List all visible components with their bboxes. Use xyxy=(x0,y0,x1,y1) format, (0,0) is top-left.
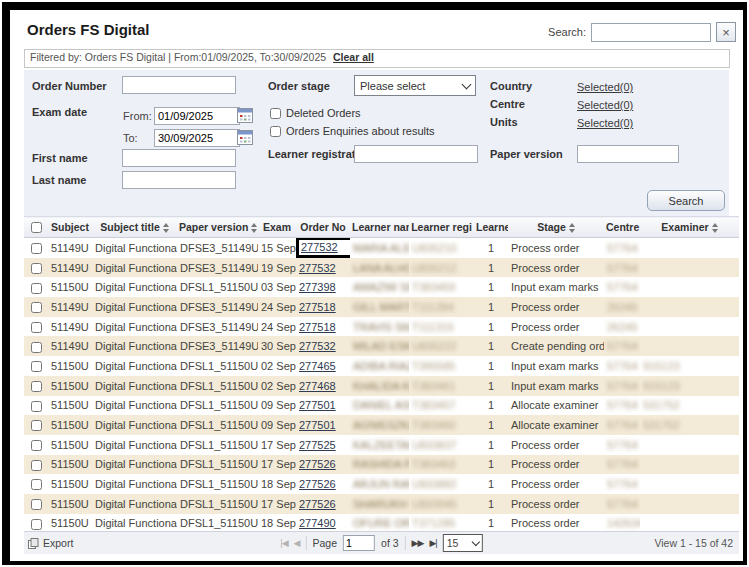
col-stage[interactable]: Stage xyxy=(508,217,604,238)
cell-paper-version: DFSL1_51150U03 xyxy=(177,474,258,494)
cell-learner-count-text: 1 xyxy=(488,478,494,490)
row-checkbox[interactable] xyxy=(31,519,42,530)
cell-learner-count: 1 xyxy=(474,356,508,376)
page-number-input[interactable] xyxy=(343,535,375,551)
cell-subject-title-text: Digital Functional Skil xyxy=(95,517,177,529)
order-number-link[interactable]: 277526 xyxy=(299,458,336,470)
row-checkbox[interactable] xyxy=(31,322,42,333)
clear-all-link[interactable]: Clear all xyxy=(333,51,374,63)
cell-centre-text: 57764 xyxy=(607,439,638,451)
row-checkbox[interactable] xyxy=(31,361,42,372)
col-subject-title[interactable]: Subject title xyxy=(92,217,177,238)
row-checkbox[interactable] xyxy=(31,479,42,490)
cell-exam-date: 19 Sep 2 xyxy=(258,258,296,278)
order-number-link[interactable]: 277490 xyxy=(299,517,336,529)
row-checkbox[interactable] xyxy=(31,440,42,451)
calendar-icon[interactable] xyxy=(237,108,253,123)
cell-learner-registration: T383460 xyxy=(409,415,474,435)
col-centre[interactable]: Centre xyxy=(604,217,640,238)
close-icon[interactable]: × xyxy=(716,22,736,42)
first-page-icon[interactable]: |◀ xyxy=(280,538,287,548)
order-number-link[interactable]: 277532 xyxy=(299,262,336,274)
exam-date-from-input[interactable] xyxy=(154,107,240,125)
col-learner-registration[interactable]: Learner regi xyxy=(409,217,474,238)
export-button[interactable]: Export xyxy=(28,537,73,549)
cell-subject: 51149U xyxy=(48,258,92,278)
cell-order-no: 277532 xyxy=(296,258,350,278)
search-button[interactable]: Search xyxy=(647,190,725,211)
cell-stage: Process order xyxy=(508,494,604,514)
cell-learner-count: 1 xyxy=(474,317,508,337)
cell-learner-registration-text: T383463 xyxy=(412,458,455,470)
order-stage-select[interactable]: Please select xyxy=(354,75,476,96)
row-checkbox[interactable] xyxy=(31,420,42,431)
cell-subject: 51150U xyxy=(48,396,92,416)
order-number-link[interactable]: 277398 xyxy=(299,281,336,293)
cell-exam-date: 30 Sep 2 xyxy=(258,336,296,356)
order-number-link[interactable]: 277468 xyxy=(299,380,336,392)
col-learner-count[interactable]: Learner xyxy=(474,217,508,238)
cell-centre: 57764 xyxy=(604,396,640,416)
cell-exam-date-text: 30 Sep 2 xyxy=(261,340,296,352)
order-number-link[interactable]: 277532 xyxy=(299,340,336,352)
deleted-orders-checkbox[interactable] xyxy=(270,108,281,119)
order-number-link[interactable]: 277526 xyxy=(299,478,336,490)
row-checkbox[interactable] xyxy=(31,263,42,274)
cell-learner-name: MARIA ALENEZI xyxy=(350,238,409,258)
orders-enquiries-checkbox[interactable] xyxy=(270,126,281,137)
row-checkbox[interactable] xyxy=(31,302,42,313)
row-checkbox[interactable] xyxy=(31,460,42,471)
col-exam-date[interactable]: Exam xyxy=(258,217,296,238)
next-page-icon[interactable]: ▶▶ xyxy=(412,538,424,548)
row-checkbox[interactable] xyxy=(31,401,42,412)
cell-stage: Input exam marks xyxy=(508,356,604,376)
cell-examiner: 915123 xyxy=(640,356,739,376)
row-checkbox[interactable] xyxy=(31,283,42,294)
order-number-link[interactable]: 277526 xyxy=(299,498,336,510)
order-number-link[interactable]: 277518 xyxy=(299,301,336,313)
prev-page-icon[interactable]: ◀ xyxy=(294,538,300,548)
units-selected-link[interactable]: Selected(0) xyxy=(577,117,633,129)
cell-stage-text: Process order xyxy=(511,458,579,470)
cell-subject-title-text: Digital Functional Skil xyxy=(95,498,177,510)
col-examiner[interactable]: Examiner xyxy=(640,217,739,238)
col-order-no[interactable]: Order No xyxy=(296,217,350,238)
order-number-link[interactable]: 277518 xyxy=(299,321,336,333)
first-name-input[interactable] xyxy=(122,149,236,167)
global-search-input[interactable] xyxy=(591,23,711,42)
learner-registration-input[interactable] xyxy=(354,145,478,163)
order-number-link[interactable]: 277525 xyxy=(299,439,336,451)
country-selected-link[interactable]: Selected(0) xyxy=(577,81,633,93)
cell-order-no: 277526 xyxy=(296,474,350,494)
order-number-input[interactable] xyxy=(122,76,236,94)
row-checkbox[interactable] xyxy=(31,381,42,392)
page-size-select[interactable]: 15 xyxy=(443,534,483,552)
col-learner-name[interactable]: Learner name xyxy=(350,217,409,238)
paper-version-input[interactable] xyxy=(577,145,679,163)
cell-learner-count: 1 xyxy=(474,494,508,514)
cell-subject-title: Digital Functional Skil xyxy=(92,455,177,475)
centre-selected-link[interactable]: Selected(0) xyxy=(577,99,633,111)
cell-learner-name-text: TRAVIS SMITH xyxy=(353,321,409,333)
row-checkbox[interactable] xyxy=(31,243,42,254)
cell-exam-date: 09 Sep 2 xyxy=(258,396,296,416)
order-number-link[interactable]: 277532 xyxy=(301,241,338,253)
window-frame: Orders FS Digital Search: × Filtered by:… xyxy=(2,2,747,565)
row-checkbox[interactable] xyxy=(31,342,42,353)
exam-date-to-input[interactable] xyxy=(154,129,240,147)
first-name-label: First name xyxy=(32,152,88,164)
col-paper-version[interactable]: Paper version xyxy=(177,217,258,238)
calendar-icon[interactable] xyxy=(237,130,253,145)
cell-examiner xyxy=(640,494,739,514)
last-name-input[interactable] xyxy=(122,171,236,189)
order-number-link[interactable]: 277501 xyxy=(299,419,336,431)
order-number-link[interactable]: 277465 xyxy=(299,360,336,372)
col-subject[interactable]: Subject xyxy=(48,217,92,238)
cell-subject-title: Digital Functional Skil xyxy=(92,494,177,514)
select-all-checkbox[interactable] xyxy=(31,222,42,233)
row-checkbox[interactable] xyxy=(31,499,42,510)
cell-subject-title: Digital Functional Skil xyxy=(92,258,177,278)
order-number-link[interactable]: 277501 xyxy=(299,399,336,411)
last-page-icon[interactable]: ▶| xyxy=(429,538,436,548)
cell-learner-registration: U833945 xyxy=(409,494,474,514)
